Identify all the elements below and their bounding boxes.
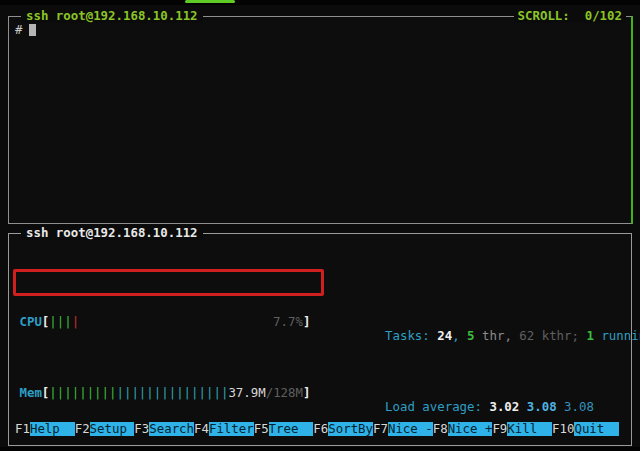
tasks-count: 24 — [437, 328, 452, 343]
pane-htop[interactable]: ssh root@192.168.10.112 CPU [ ||| | 7.7%… — [8, 233, 632, 446]
fn-item[interactable]: F7Nice - — [373, 422, 433, 436]
fn-item[interactable]: F3Search — [134, 422, 194, 436]
threads-count: 5 — [467, 328, 474, 343]
fn-key: F2 — [75, 422, 90, 436]
overlay-progress-bar — [185, 0, 235, 3]
fn-item[interactable]: F6SortBy — [313, 422, 373, 436]
kernel-threads: 62 kthr; — [519, 328, 586, 343]
fn-label: Help — [30, 422, 75, 436]
fn-item[interactable]: F10Quit — [552, 422, 619, 436]
terminal-cursor — [29, 24, 36, 36]
cpu-meter-row: CPU [ ||| | 7.7% ] Tasks: 24, 5 thr, 62 … — [12, 315, 629, 329]
fn-key: F9 — [492, 422, 507, 436]
load-1min: 3.02 — [489, 399, 526, 414]
load-5min: 3.08 — [527, 399, 564, 414]
mem-meter-close-bracket: ] — [303, 386, 310, 400]
fn-item[interactable]: F9Kill — [492, 422, 552, 436]
fn-item[interactable]: F5Tree — [254, 422, 314, 436]
load-average-stat: Load average: 3.02 3.08 3.08 — [325, 386, 594, 400]
cpu-ticks-green: ||| — [49, 315, 71, 329]
fn-item[interactable]: F2Setup — [75, 422, 135, 436]
fn-label: Tree — [269, 422, 314, 436]
fn-label: Nice - — [388, 422, 433, 436]
load-label: Load average: — [385, 399, 489, 414]
function-key-bar: F1Help F2Setup F3Search F4Filter F5Tree — [15, 422, 626, 436]
fn-label: Quit — [574, 422, 619, 436]
cpu-meter-bar: ||| | 7.7% — [49, 315, 303, 329]
fn-item[interactable]: F8Nice + — [433, 422, 493, 436]
mem-total-value: /128M — [266, 386, 303, 400]
fn-label: SortBy — [328, 422, 373, 436]
pane-shell-title: ssh root@192.168.10.112 — [21, 9, 203, 23]
mem-ticks-cache: ||||||||||||||| — [116, 386, 228, 400]
fn-label: Setup — [90, 422, 135, 436]
pane-shell[interactable]: ssh root@192.168.10.112 SCROLL: 0/102 # — [8, 16, 633, 224]
fn-key: F8 — [433, 422, 448, 436]
cpu-meter-label: CPU — [19, 315, 41, 329]
mem-ticks-used: ||||||||| — [49, 386, 116, 400]
tasks-label: Tasks: — [385, 328, 437, 343]
fn-label: Kill — [507, 422, 552, 436]
fn-label: Search — [149, 422, 194, 436]
fn-key: F1 — [15, 422, 30, 436]
mem-meter-bar: ||||||||| ||||||||||||||| 37.9M /128M — [49, 386, 303, 400]
cpu-ticks-red: | — [72, 315, 79, 329]
mem-meter-label: Mem — [19, 386, 41, 400]
fn-key: F10 — [552, 422, 574, 436]
htop-screen: CPU [ ||| | 7.7% ] Tasks: 24, 5 thr, 62 … — [12, 234, 629, 445]
fn-label: Nice + — [448, 422, 493, 436]
scroll-status: SCROLL: 0/102 — [514, 9, 626, 23]
cpu-meter-open-bracket: [ — [42, 315, 49, 329]
mem-meter-row: Mem [ ||||||||| ||||||||||||||| 37.9M /1… — [12, 386, 629, 400]
fn-item[interactable]: F1Help — [15, 422, 75, 436]
fn-key: F6 — [313, 422, 328, 436]
fn-key: F3 — [134, 422, 149, 436]
fn-key: F7 — [373, 422, 388, 436]
fn-label: Filter — [209, 422, 254, 436]
cpu-meter-value: 7.7% — [273, 315, 303, 329]
shell-prompt: # — [15, 23, 22, 37]
mem-used-value: 37.9M — [228, 386, 265, 400]
mem-meter-open-bracket: [ — [42, 386, 49, 400]
fn-key: F4 — [194, 422, 209, 436]
cpu-meter-close-bracket: ] — [303, 315, 310, 329]
running-count: 1 — [586, 328, 593, 343]
load-15min: 3.08 — [564, 399, 594, 414]
tasks-stat: Tasks: 24, 5 thr, 62 kthr; 1 running — [325, 315, 640, 329]
fn-key: F5 — [254, 422, 269, 436]
fn-item[interactable]: F4Filter — [194, 422, 254, 436]
